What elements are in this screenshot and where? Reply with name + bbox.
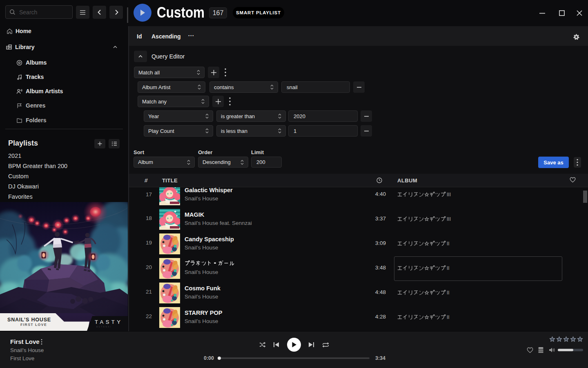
svg-text:SNAIL’S HOUSE: SNAIL’S HOUSE [7, 317, 51, 323]
svg-text:III: III [447, 216, 451, 222]
svg-text:III: III [447, 192, 451, 197]
svg-text:II: II [447, 241, 450, 247]
svg-text:FIRST LOVE: FIRST LOVE [20, 323, 47, 327]
svg-text:II: II [447, 314, 450, 320]
svg-text:BSTNNXI: BSTNNXI [96, 326, 112, 328]
svg-text:TASTY: TASTY [95, 319, 122, 325]
svg-text:II: II [447, 290, 450, 296]
